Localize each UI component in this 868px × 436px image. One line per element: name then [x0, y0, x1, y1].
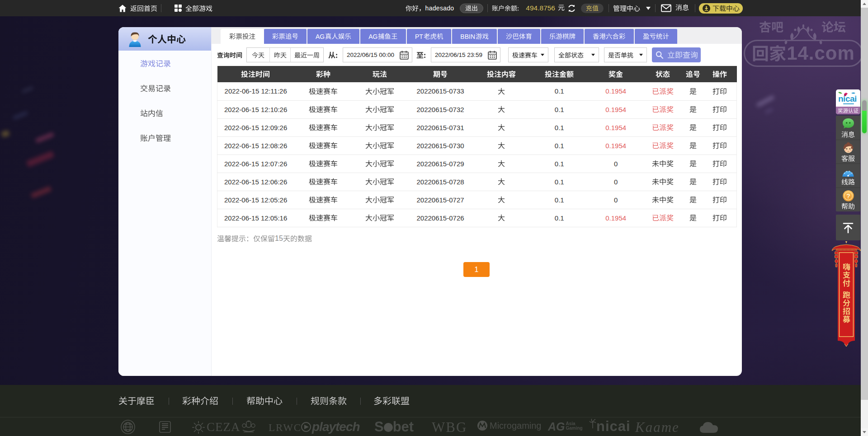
svg-text:?: ?: [846, 192, 850, 200]
svg-text:nicai: nicai: [838, 94, 857, 103]
